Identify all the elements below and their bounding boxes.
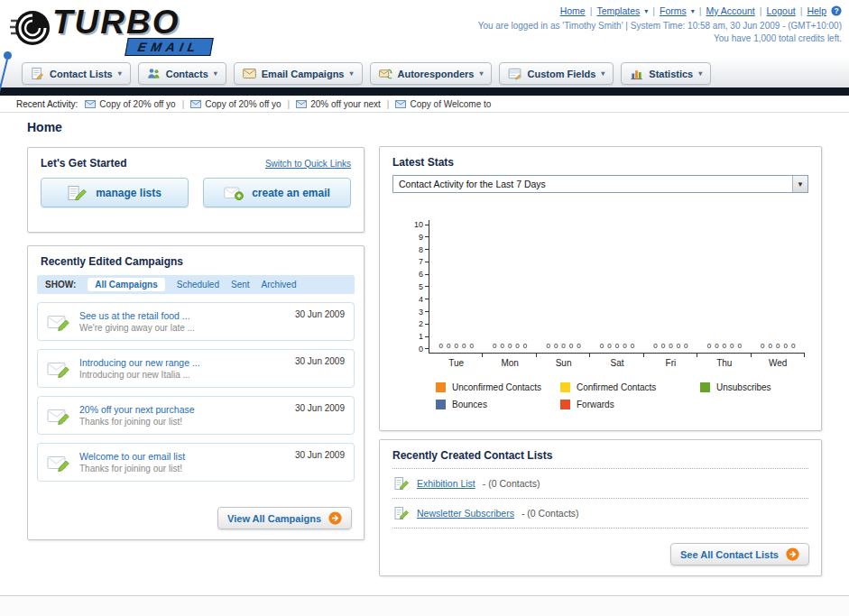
item-separator: | <box>182 99 185 109</box>
item-separator: | <box>387 99 390 109</box>
campaign-link[interactable]: See us at the retail food ... <box>79 309 195 322</box>
campaign-date: 30 Jun 2009 <box>295 450 345 460</box>
tab-contacts[interactable]: Contacts▾ <box>138 62 226 85</box>
campaign-subtitle: Thanks for joining our list! <box>79 416 195 428</box>
chart-day-group: 00000 <box>644 220 697 353</box>
campaign-text: Welcome to our email listThanks for join… <box>79 450 248 475</box>
tab-email-campaigns[interactable]: Email Campaigns▾ <box>234 62 363 85</box>
contact-list-detail: - (0 Contacts) <box>521 508 579 519</box>
campaigns-title: Recently Edited Campaigns <box>41 255 183 268</box>
chart-day-group: 00000 <box>697 220 751 353</box>
stats-period-select[interactable]: Contact Activity for the Last 7 Days ▼ <box>392 175 808 193</box>
stats-panel: Latest Stats Contact Activity for the La… <box>379 146 822 431</box>
legend-item: Bounces <box>436 400 560 409</box>
tab-label: Statistics <box>649 69 693 79</box>
bar-value-label: 0 <box>715 342 718 350</box>
legend-swatch <box>560 400 570 409</box>
x-axis-label: Tue <box>429 358 483 368</box>
chart-day-group: 00000 <box>483 220 536 353</box>
create-email-button[interactable]: create an email <box>203 178 351 207</box>
chart-y-axis: 109876543210 <box>412 220 429 354</box>
campaign-subtitle: Thanks for joining our list! <box>79 463 185 475</box>
tab-autoresponders[interactable]: Autoresponders▾ <box>370 62 493 85</box>
top-nav-links: Home|Templates▾|Forms▾|My Account|Logout… <box>478 5 842 16</box>
chart-day-group: 00000 <box>590 220 643 353</box>
y-axis-label: 0 <box>412 345 429 354</box>
switch-quick-links-link[interactable]: Switch to Quick Links <box>265 159 351 169</box>
logo-swirl-icon <box>9 7 51 49</box>
bar-value-labels: 00000 <box>429 342 483 350</box>
view-all-campaigns-button[interactable]: View All Campaigns <box>217 507 352 529</box>
top-link-forms[interactable]: Forms <box>660 5 687 16</box>
contact-list-item: Exhibition List- (0 Contacts) <box>392 469 808 499</box>
recent-activity-items: Copy of 20% off yo|Copy of 20% off yo|20… <box>85 99 491 109</box>
recent-activity-item[interactable]: Copy of Welcome to <box>395 99 491 109</box>
chevron-down-icon: ▾ <box>691 7 695 15</box>
campaign-envelope-icon <box>47 454 70 472</box>
contact-lists-title: Recently Created Contact Lists <box>392 449 552 462</box>
chart-legend: Unconfirmed ContactsConfirmed ContactsUn… <box>436 382 821 409</box>
recent-activity-item[interactable]: Copy of 20% off yo <box>85 99 175 109</box>
chart-x-labels: TueMonSunSatFriThuWed <box>429 358 805 368</box>
campaign-row: Welcome to our email listThanks for join… <box>37 443 355 482</box>
campaign-link[interactable]: 20% off your next purchase <box>79 403 195 416</box>
tab-contact-lists[interactable]: Contact Lists▾ <box>22 62 131 85</box>
legend-swatch <box>436 382 446 392</box>
tab-custom-fields[interactable]: Custom Fields▾ <box>499 62 614 85</box>
contact-list-link[interactable]: Newsletter Subscribers <box>417 508 514 519</box>
top-link-templates[interactable]: Templates <box>596 5 640 16</box>
y-axis-label: 3 <box>412 308 429 317</box>
filter-sent[interactable]: Sent <box>231 280 250 290</box>
y-axis-label: 5 <box>412 282 429 291</box>
recent-activity-item[interactable]: 20% off your next <box>296 99 381 109</box>
contact-list-link[interactable]: Exhibition List <box>417 478 475 489</box>
chevron-down-icon: ▼ <box>792 176 807 192</box>
bar-value-label: 0 <box>769 342 772 350</box>
legend-label: Bounces <box>452 400 487 409</box>
campaign-link[interactable]: Introducing our new range ... <box>79 356 200 369</box>
top-link-help[interactable]: Help <box>807 5 826 16</box>
campaign-text: See us at the retail food ...We're givin… <box>79 309 258 335</box>
login-info: You are logged in as 'Timothy Smith' | S… <box>478 21 842 31</box>
manage-lists-button[interactable]: manage lists <box>41 178 189 207</box>
campaign-link[interactable]: Welcome to our email list <box>79 450 185 463</box>
tab-statistics[interactable]: Statistics▾ <box>621 62 711 85</box>
legend-label: Forwards <box>577 400 614 409</box>
bar-value-label: 0 <box>515 342 519 350</box>
filter-archived[interactable]: Archived <box>262 280 297 290</box>
bar-value-label: 0 <box>500 342 503 350</box>
y-axis-label: 7 <box>412 257 429 266</box>
chevron-down-icon: ▾ <box>601 69 604 78</box>
campaign-row: See us at the retail food ...We're givin… <box>37 302 355 341</box>
legend-item: Unsubscribes <box>700 382 817 392</box>
top-link-home[interactable]: Home <box>560 5 586 16</box>
activity-envelope-icon <box>85 100 96 108</box>
legend-item: Unconfirmed Contacts <box>436 382 560 392</box>
create-email-label: create an email <box>252 187 330 199</box>
link-separator: | <box>760 5 762 16</box>
bar-value-label: 0 <box>776 342 780 350</box>
bar-value-label: 0 <box>623 342 626 350</box>
item-separator: | <box>288 99 291 109</box>
see-all-contact-lists-button[interactable]: See All Contact Lists <box>670 543 809 565</box>
bar-value-labels: 00000 <box>483 342 536 350</box>
top-link-logout[interactable]: Logout <box>767 5 796 16</box>
show-label: SHOW: <box>45 280 76 290</box>
x-axis-label: Sun <box>537 358 590 368</box>
page-title: Home <box>27 120 62 134</box>
bar-value-label: 0 <box>447 342 450 350</box>
get-started-title: Let's Get Started <box>41 157 127 170</box>
filter-all-campaigns[interactable]: All Campaigns <box>88 278 164 291</box>
x-axis-label: Sat <box>590 358 643 368</box>
help-icon[interactable]: ? <box>831 5 842 16</box>
bar-value-label: 0 <box>561 342 565 350</box>
filter-scheduled[interactable]: Scheduled <box>177 280 219 290</box>
activity-envelope-icon <box>190 100 201 108</box>
bar-value-labels: 00000 <box>697 342 751 350</box>
bar-value-label: 0 <box>607 342 611 350</box>
top-link-my-account[interactable]: My Account <box>706 5 755 16</box>
arrow-circle-icon <box>786 547 799 561</box>
recent-activity-item[interactable]: Copy of 20% off yo <box>190 99 281 109</box>
bar-value-label: 0 <box>469 342 473 350</box>
tab-label: Contact Lists <box>50 69 113 79</box>
